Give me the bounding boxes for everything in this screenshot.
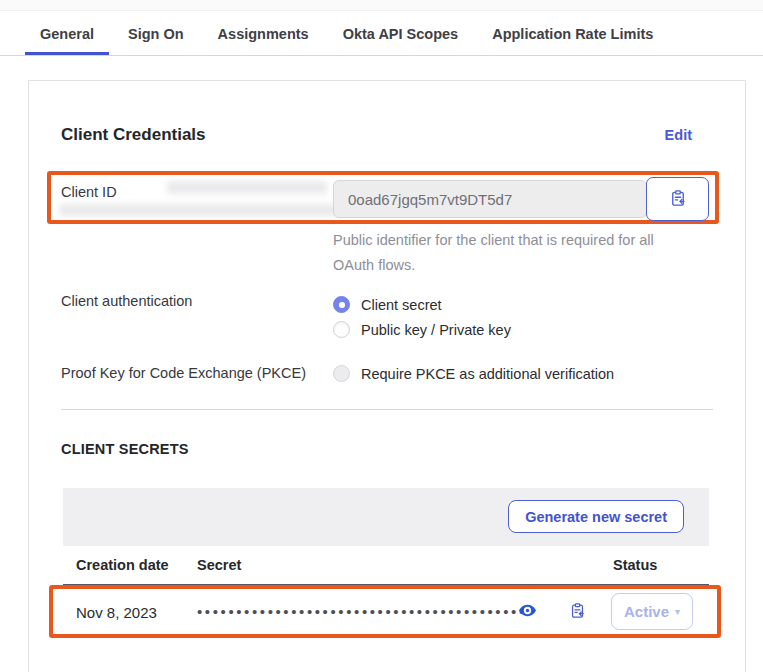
- radio-unselected-icon[interactable]: [333, 321, 350, 338]
- clipboard-copy-icon: [569, 602, 586, 622]
- tab-sign-on[interactable]: Sign On: [113, 11, 199, 56]
- tabbar-divider: [0, 55, 763, 56]
- app-tabs: General Sign On Assignments Okta API Sco…: [25, 11, 668, 56]
- client-credentials-card: Client Credentials Edit Client ID Public…: [28, 80, 746, 672]
- client-authentication-options: Client secret Public key / Private key: [333, 292, 511, 342]
- pkce-label: Proof Key for Code Exchange (PKCE): [61, 365, 306, 381]
- client-id-help-text: Public identifier for the client that is…: [333, 228, 678, 278]
- secrets-table-header: Creation date Secret Status: [63, 546, 709, 585]
- client-id-input[interactable]: [333, 180, 647, 218]
- secret-creation-date: Nov 8, 2023: [76, 604, 157, 621]
- tab-assignments[interactable]: Assignments: [203, 11, 324, 56]
- reveal-secret-button[interactable]: [513, 598, 541, 626]
- pkce-checkbox-row[interactable]: Require PKCE as additional verification: [333, 365, 614, 382]
- redacted-smudge: [59, 204, 341, 216]
- client-secrets-toolbar: Generate new secret: [63, 488, 709, 546]
- top-strip: [0, 0, 763, 11]
- chevron-down-icon: ▾: [675, 606, 680, 617]
- masked-secret-value: ••••••••••••••••••••••••••••••••••••••••…: [197, 603, 527, 620]
- column-header-secret: Secret: [197, 546, 241, 585]
- radio-label: Client secret: [361, 297, 442, 313]
- client-id-label: Client ID: [61, 184, 117, 200]
- client-authentication-label: Client authentication: [61, 293, 192, 309]
- secret-status-dropdown[interactable]: Active ▾: [611, 593, 693, 630]
- radio-public-private-key[interactable]: Public key / Private key: [333, 317, 511, 342]
- radio-label: Public key / Private key: [361, 322, 511, 338]
- tab-application-rate-limits[interactable]: Application Rate Limits: [477, 11, 668, 56]
- eye-icon: [518, 601, 537, 623]
- column-header-creation-date: Creation date: [76, 546, 169, 585]
- okta-app-settings-page: General Sign On Assignments Okta API Sco…: [0, 0, 763, 672]
- status-label: Active: [624, 603, 669, 620]
- tab-general[interactable]: General: [25, 11, 109, 56]
- radio-client-secret[interactable]: Client secret: [333, 292, 511, 317]
- checkbox-unchecked-icon[interactable]: [333, 365, 350, 382]
- generate-new-secret-button[interactable]: Generate new secret: [508, 500, 684, 533]
- tab-okta-api-scopes[interactable]: Okta API Scopes: [328, 11, 474, 56]
- copy-secret-button[interactable]: [563, 598, 591, 626]
- copy-client-id-button[interactable]: [646, 177, 709, 221]
- section-title-client-credentials: Client Credentials: [61, 125, 206, 145]
- clipboard-copy-icon: [669, 189, 687, 210]
- client-secrets-title: CLIENT SECRETS: [61, 441, 189, 457]
- radio-selected-icon[interactable]: [333, 296, 350, 313]
- column-header-status: Status: [613, 546, 657, 585]
- pkce-option-label: Require PKCE as additional verification: [361, 366, 614, 382]
- edit-link[interactable]: Edit: [665, 127, 692, 143]
- redacted-smudge: [167, 181, 327, 194]
- section-divider: [61, 409, 713, 410]
- secret-table-row: Nov 8, 2023 ••••••••••••••••••••••••••••…: [63, 585, 709, 638]
